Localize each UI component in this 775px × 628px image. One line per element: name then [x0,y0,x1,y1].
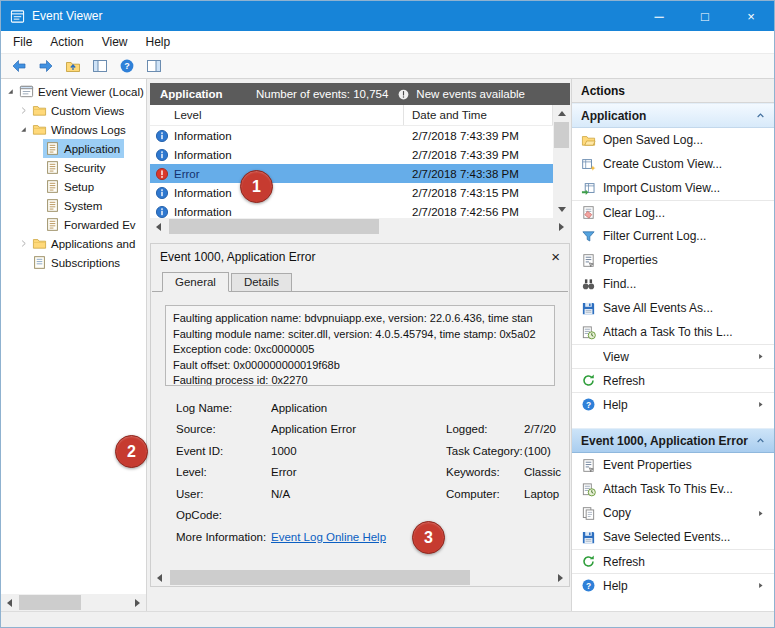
tree-item-setup[interactable]: Setup [1,177,146,196]
scroll-thumb[interactable] [170,570,470,585]
action-item-label: Refresh [603,374,768,388]
scroll-up-button[interactable] [553,105,570,122]
copy-icon [581,506,596,521]
scroll-thumb[interactable] [19,595,81,610]
menu-item-action[interactable]: Action [41,33,92,51]
action-view[interactable]: View [572,344,774,368]
event-row-information[interactable]: Information2/7/2018 7:42:56 PM [150,202,553,218]
maximize-button[interactable]: □ [682,1,728,31]
action-help[interactable]: ?Help [572,573,774,597]
help-toolbar-icon: ? [119,58,135,74]
new-events-text: New events available [416,88,525,100]
event-list-vertical-scrollbar[interactable] [553,105,570,218]
event-list-horizontal-scrollbar[interactable] [150,218,570,235]
menu-item-file[interactable]: File [4,33,41,51]
action-find[interactable]: Find... [572,272,774,296]
annotation-badge-1: 1 [240,170,273,203]
forward-button[interactable] [33,55,58,77]
scroll-right-button[interactable] [129,594,146,611]
description-line: Exception code: 0xc0000005 [173,342,547,358]
action-help[interactable]: ?Help [572,392,774,416]
action-create-custom-view[interactable]: Create Custom View... [572,152,774,176]
up-one-level-button[interactable] [60,55,85,77]
action-attach-a-task-to-this-l[interactable]: Attach a Task To this L... [572,320,774,344]
action-refresh[interactable]: Refresh [572,549,774,573]
event-description[interactable]: Faulting application name: bdvpnuiapp.ex… [165,305,555,386]
menu-item-view[interactable]: View [93,33,137,51]
scroll-right-button[interactable] [553,218,570,235]
scroll-left-button[interactable] [1,594,18,611]
action-item-label: Copy [603,506,746,520]
scroll-track[interactable] [167,218,553,235]
event-row-information[interactable]: Information2/7/2018 7:43:39 PM [150,126,553,145]
scroll-right-button[interactable] [552,569,569,586]
action-filter-current-log[interactable]: Filter Current Log... [572,224,774,248]
detail-horizontal-scrollbar[interactable] [151,569,569,586]
minimize-button[interactable]: ─ [636,1,682,31]
tree-item-event-viewer-local[interactable]: Event Viewer (Local) [1,82,146,101]
scroll-track[interactable] [553,122,570,201]
scroll-track[interactable] [168,569,552,586]
action-import-custom-view[interactable]: Import Custom View... [572,176,774,200]
event-row-error[interactable]: Error2/7/2018 7:43:38 PM [150,164,553,183]
svg-text:?: ? [124,61,130,71]
column-header-level[interactable]: Level [150,105,404,125]
action-item-label: Open Saved Log... [603,133,768,147]
show-action-pane-icon [146,58,162,74]
help-icon: ? [581,578,596,593]
action-properties[interactable]: Properties [572,248,774,272]
close-detail-icon[interactable]: × [551,249,560,264]
svg-text:?: ? [586,581,591,591]
scroll-left-button[interactable] [151,569,168,586]
actions-section-application[interactable]: Application [572,103,774,128]
actions-section-event-1000-application-error[interactable]: Event 1000, Application Error [572,428,774,453]
field-row-level: Level:ErrorKeywords:Classic [176,462,569,484]
menu-item-help[interactable]: Help [137,33,180,51]
field-row-more-information: More Information:Event Log Online Help [176,526,569,548]
field-row-user: User:N/AComputer:Laptop [176,483,569,505]
chevron-expanded-icon[interactable] [4,85,17,98]
section-title: Event 1000, Application Error [581,434,754,448]
action-attach-task-to-this-ev[interactable]: Attach Task To This Ev... [572,477,774,501]
help-button[interactable]: ? [114,55,139,77]
tree-list: Event Viewer (Local)Custom ViewsWindows … [1,82,146,594]
scroll-left-button[interactable] [150,218,167,235]
column-header-date-and-time[interactable]: Date and Time [404,105,553,125]
action-clear-log[interactable]: Clear Log... [572,200,774,224]
action-event-properties[interactable]: Event Properties [572,453,774,477]
chevron-collapsed-icon[interactable] [17,104,30,117]
scroll-thumb[interactable] [169,219,379,234]
action-save-all-events-as[interactable]: Save All Events As... [572,296,774,320]
chevron-collapsed-icon[interactable] [17,237,30,250]
tree-item-system[interactable]: System [1,196,146,215]
scroll-down-button[interactable] [553,201,570,218]
detail-tabs: GeneralDetails [152,269,568,292]
tree-item-applications-and[interactable]: Applications and [1,234,146,253]
event-row-information[interactable]: Information2/7/2018 7:43:39 PM [150,145,553,164]
scroll-track[interactable] [18,594,129,611]
tab-details[interactable]: Details [231,273,292,292]
action-item-label: Attach Task To This Ev... [603,482,768,496]
chevron-expanded-icon[interactable] [17,123,30,136]
tree-item-subscriptions[interactable]: Subscriptions [1,253,146,272]
tab-general[interactable]: General [162,272,229,292]
back-button[interactable] [6,55,31,77]
show-console-tree-button[interactable] [87,55,112,77]
show-action-pane-button[interactable] [141,55,166,77]
tree-item-forwarded-ev[interactable]: Forwarded Ev [1,215,146,234]
event-level-text: Error [174,168,200,180]
action-open-saved-log[interactable]: Open Saved Log... [572,128,774,152]
action-save-selected-events[interactable]: Save Selected Events... [572,525,774,549]
tree-item-custom-views[interactable]: Custom Views [1,101,146,120]
tree-horizontal-scrollbar[interactable] [1,594,146,611]
close-button[interactable]: × [728,1,774,31]
scroll-thumb[interactable] [554,122,569,148]
tree-item-security[interactable]: Security [1,158,146,177]
find-icon [581,277,596,292]
tree-item-windows-logs[interactable]: Windows Logs [1,120,146,139]
event-row-information[interactable]: Information2/7/2018 7:43:15 PM [150,183,553,202]
tree-item-application[interactable]: Application [1,139,146,158]
action-copy[interactable]: Copy [572,501,774,525]
actions-panel: Actions ApplicationOpen Saved Log...Crea… [571,79,774,611]
action-refresh[interactable]: Refresh [572,368,774,392]
